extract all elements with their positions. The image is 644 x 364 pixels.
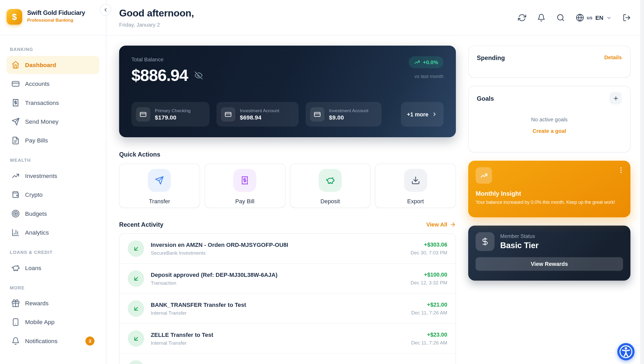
more-options-icon[interactable] — [617, 166, 625, 174]
arrow-right-icon — [450, 222, 456, 228]
spending-details-link[interactable]: Details — [604, 54, 622, 61]
arrow-down-left-icon — [133, 305, 140, 312]
refresh-icon[interactable] — [518, 14, 526, 22]
sidebar-item-label: Mobile App — [25, 319, 55, 325]
bar-chart-icon — [11, 228, 20, 236]
member-tier: Basic Tier — [500, 241, 539, 250]
create-goal-link[interactable]: Create a goal — [533, 128, 566, 134]
sidebar-collapse-button[interactable] — [100, 4, 111, 16]
accessibility-button[interactable] — [617, 343, 635, 360]
logout-icon[interactable] — [623, 14, 631, 22]
total-balance-card: Total Balance $886.94 +0.0% vs las — [119, 46, 456, 137]
total-balance-label: Total Balance — [131, 56, 202, 63]
view-all-link[interactable]: View All — [426, 222, 456, 228]
sidebar-item-label: Loans — [25, 265, 41, 271]
arrow-down-left-icon — [133, 335, 140, 342]
header-actions: us EN — [518, 14, 631, 22]
sidebar-item-accounts[interactable]: Accounts — [7, 75, 99, 93]
quick-action-transfer[interactable]: Transfer — [119, 164, 200, 208]
view-rewards-button[interactable]: View Rewards — [476, 257, 623, 271]
activity-row-partial[interactable] — [119, 353, 455, 364]
balance-change-value: +0.0% — [423, 59, 438, 65]
activity-title: BANK_TRANSFER Transfer to Test — [151, 301, 405, 308]
sidebar-item-label: Pay Bills — [25, 137, 48, 144]
activity-amount: +$303.06 — [411, 242, 447, 248]
left-column: Total Balance $886.94 +0.0% vs las — [119, 46, 456, 364]
quick-action-export[interactable]: Export — [375, 164, 456, 208]
sidebar-item-investments[interactable]: Investments — [7, 167, 99, 185]
activity-amount: +$21.00 — [411, 302, 447, 308]
sidebar-item-send-money[interactable]: Send Money — [7, 112, 99, 130]
sidebar-item-rewards[interactable]: Rewards — [7, 294, 99, 312]
search-icon[interactable] — [556, 14, 564, 22]
account-name: Investment Account — [329, 108, 368, 113]
sidebar-item-budgets[interactable]: Budgets — [7, 205, 99, 223]
quick-action-label: Transfer — [149, 198, 170, 205]
account-chips: Primary Checking $179.00 Investment Acco… — [131, 102, 444, 127]
nav-section-banking: BANKING — [10, 47, 96, 52]
right-column: Spending Details Goals No active goals C… — [468, 46, 630, 364]
send-icon — [155, 176, 164, 185]
sidebar-item-loans[interactable]: Loans — [7, 259, 99, 277]
activity-date: Dec 11, 7:26 AM — [411, 340, 447, 345]
credit-card-icon — [314, 111, 321, 118]
brand-logo-dollar-icon: $ — [7, 9, 22, 25]
sidebar-item-pay-bills[interactable]: Pay Bills — [7, 132, 99, 150]
sidebar-item-crypto[interactable]: Crypto — [7, 186, 99, 204]
activity-row[interactable]: Inversion en AMZN - Orden ORD-MJSYGOFP-O… — [119, 234, 455, 263]
quick-actions-section: Quick Actions Transfer Pay Bill Depos — [119, 151, 456, 208]
bell-icon[interactable] — [537, 14, 545, 22]
activity-row[interactable]: ZELLE Transfer to Test Internal Transfer… — [119, 323, 455, 353]
monthly-insight-card: Monthly Insight Your balance increased b… — [468, 161, 630, 217]
sidebar-item-notifications[interactable]: Notifications 3 — [7, 332, 99, 350]
total-balance-amount: $886.94 — [131, 66, 188, 85]
dollar-icon — [480, 237, 490, 246]
insight-message: Your balance increased by 0.0% this mont… — [476, 200, 623, 205]
account-chip[interactable]: Investment Account $9.00 — [306, 102, 382, 127]
sidebar-item-mobile-app[interactable]: Mobile App — [7, 313, 99, 331]
sidebar-item-dashboard[interactable]: Dashboard — [7, 56, 99, 74]
activity-title: Deposit approved (Ref: DEP-MJ30L38W-6AJA… — [151, 271, 404, 278]
activity-subtitle: SecureBank Investments — [151, 250, 404, 256]
gift-icon — [11, 299, 20, 307]
activity-subtitle: Internal Transfer — [151, 310, 405, 316]
more-accounts-button[interactable]: +1 more — [401, 102, 444, 127]
globe-icon — [576, 14, 584, 22]
language-region: us — [587, 15, 592, 21]
insight-title: Monthly Insight — [476, 190, 623, 197]
sidebar-item-label: Crypto — [25, 192, 43, 198]
activity-list: Inversion en AMZN - Orden ORD-MJSYGOFP-O… — [119, 233, 456, 364]
language-code: EN — [595, 14, 603, 21]
sidebar-item-label: Investments — [25, 172, 57, 179]
scrollbar-track[interactable] — [640, 0, 644, 364]
more-accounts-label: +1 more — [407, 111, 428, 117]
greeting-date: Friday, January 2 — [119, 22, 194, 28]
sidebar-header: $ Swift Gold Fiduciary Professional Bank… — [0, 0, 106, 35]
activity-title: ZELLE Transfer to Test — [151, 331, 405, 338]
chevron-left-icon — [103, 7, 109, 13]
activity-row[interactable]: Deposit approved (Ref: DEP-MJ30L38W-6AJA… — [119, 263, 455, 293]
account-name: Investment Account — [240, 108, 279, 113]
credit-card-icon — [11, 80, 20, 88]
send-icon — [11, 117, 20, 126]
sidebar-item-transactions[interactable]: Transactions — [7, 94, 99, 112]
activity-row[interactable]: BANK_TRANSFER Transfer to Test Internal … — [119, 293, 455, 323]
sidebar-item-label: Rewards — [25, 300, 49, 306]
sidebar-item-label: Analytics — [25, 229, 49, 236]
receipt-icon — [11, 99, 20, 107]
account-chip[interactable]: Primary Checking $179.00 — [131, 102, 209, 127]
wallet-icon — [11, 191, 20, 199]
account-chip[interactable]: Investment Account $698.94 — [216, 102, 299, 127]
notifications-count-badge: 3 — [86, 337, 95, 346]
sidebar-item-analytics[interactable]: Analytics — [7, 224, 99, 242]
sidebar-item-label: Budgets — [25, 210, 47, 217]
quick-action-deposit[interactable]: Deposit — [290, 164, 371, 208]
account-amount: $698.94 — [240, 114, 279, 121]
plus-icon — [613, 95, 619, 102]
account-name: Primary Checking — [155, 108, 191, 113]
credit-card-icon — [140, 111, 147, 118]
add-goal-button[interactable] — [610, 92, 622, 104]
quick-action-pay-bill[interactable]: Pay Bill — [204, 164, 285, 208]
eye-off-icon[interactable] — [195, 71, 202, 79]
language-selector[interactable]: us EN — [576, 14, 612, 22]
